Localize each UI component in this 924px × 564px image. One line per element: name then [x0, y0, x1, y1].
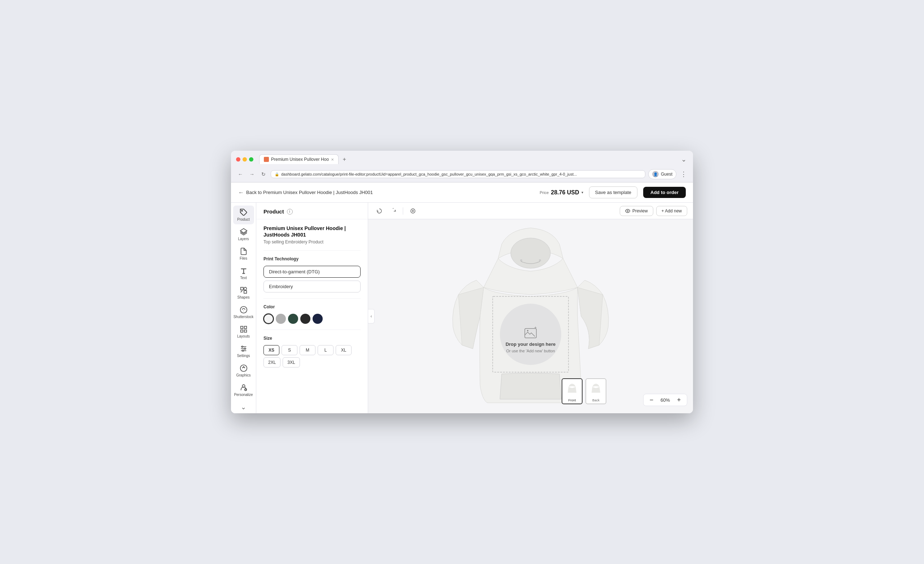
svg-point-7	[244, 287, 246, 290]
sidebar-item-text[interactable]: Text	[233, 264, 254, 283]
collapse-panel-button[interactable]: ‹	[368, 309, 375, 323]
color-swatch-lightgray[interactable]	[276, 314, 286, 324]
layers-label: Layers	[238, 237, 249, 241]
size-m-button[interactable]: M	[300, 345, 315, 355]
product-icon	[240, 208, 248, 216]
reload-button[interactable]: ↻	[259, 170, 268, 178]
dtg-button[interactable]: Direct-to-garment (DTG)	[264, 266, 361, 278]
text-icon	[240, 267, 248, 275]
layouts-label: Layouts	[237, 334, 250, 338]
size-section: Size XS S M L XL 2XL 3XL	[256, 330, 368, 373]
color-swatch-white[interactable]	[264, 314, 274, 324]
sidebar-item-layers[interactable]: Layers	[233, 225, 254, 244]
tab-close-button[interactable]: ✕	[331, 158, 334, 162]
embroidery-button[interactable]: Embroidery	[264, 281, 361, 292]
zoom-controls: − 60% +	[643, 394, 687, 406]
sidebar-item-layouts[interactable]: Layouts	[233, 322, 254, 341]
personalize-label: Personalize	[234, 393, 253, 397]
shapes-label: Shapes	[237, 295, 250, 299]
add-to-order-button[interactable]: Add to order	[643, 187, 686, 198]
size-2xl-button[interactable]: 2XL	[264, 358, 280, 368]
back-button[interactable]: ← Back to Premium Unisex Pullover Hoodie…	[238, 189, 373, 196]
print-technology-section: Print Technology Direct-to-garment (DTG)…	[256, 251, 368, 298]
guest-button[interactable]: 👤 Guest	[648, 169, 676, 179]
crop-button[interactable]	[408, 205, 418, 216]
sidebar-more-button[interactable]: ⌄	[233, 400, 254, 413]
svg-point-22	[244, 389, 246, 391]
lock-icon: 🔒	[274, 172, 279, 177]
svg-point-16	[242, 346, 243, 348]
address-bar[interactable]: 🔒 dashboard.gelato.com/catalogue/print-f…	[271, 170, 645, 178]
svg-rect-12	[244, 330, 246, 332]
top-bar: ← Back to Premium Unisex Pullover Hoodie…	[231, 183, 693, 203]
browser-expand-button[interactable]: ⌄	[679, 155, 688, 164]
size-xl-button[interactable]: XL	[336, 345, 351, 355]
back-view-thumbnail[interactable]: Back	[585, 378, 606, 404]
color-section: Color	[256, 299, 368, 330]
sidebar-item-product[interactable]: Product	[233, 205, 254, 224]
svg-point-26	[520, 259, 522, 262]
new-tab-button[interactable]: +	[340, 155, 349, 164]
settings-label: Settings	[237, 354, 250, 358]
zoom-out-button[interactable]: −	[647, 396, 656, 404]
canvas-toolbar-right: Preview + Add new	[620, 206, 687, 216]
redo-button[interactable]	[388, 205, 399, 216]
files-icon	[240, 247, 248, 255]
size-3xl-button[interactable]: 3XL	[283, 358, 300, 368]
guest-avatar-icon: 👤	[652, 171, 659, 177]
zoom-in-button[interactable]: +	[675, 396, 683, 404]
color-swatch-darkgreen[interactable]	[288, 314, 298, 324]
info-icon[interactable]: i	[287, 209, 293, 215]
svg-point-19	[243, 367, 244, 367]
browser-more-button[interactable]: ⋮	[679, 170, 688, 178]
print-technology-options: Direct-to-garment (DTG) Embroidery	[264, 266, 361, 292]
guest-label: Guest	[661, 172, 672, 177]
chevron-down-icon: ⌄	[241, 403, 246, 411]
canvas-area: Preview + Add new ‹	[368, 203, 693, 413]
graphics-icon	[240, 364, 248, 372]
product-label: Product	[237, 217, 249, 221]
canvas-toolbar: Preview + Add new	[368, 203, 693, 219]
main-layout: Product Layers	[231, 203, 693, 413]
toolbar-separator	[403, 207, 403, 215]
undo-button[interactable]	[374, 205, 385, 216]
svg-point-18	[242, 350, 244, 352]
sidebar-item-shapes[interactable]: Shapes	[233, 283, 254, 302]
text-label: Text	[240, 276, 246, 280]
svg-text:+: +	[534, 325, 537, 330]
forward-nav-button[interactable]: →	[248, 170, 256, 178]
back-nav-button[interactable]: ←	[236, 170, 245, 178]
svg-point-29	[500, 304, 561, 365]
sidebar-item-graphics[interactable]: Graphics	[233, 361, 254, 380]
size-xs-button[interactable]: XS	[264, 345, 279, 355]
product-subtitle: Top selling Embroidery Product	[256, 239, 368, 250]
back-arrow-icon: ←	[238, 189, 244, 196]
size-grid: XS S M L XL 2XL 3XL	[264, 345, 361, 368]
svg-rect-10	[244, 326, 246, 329]
close-traffic-light[interactable]	[236, 157, 240, 162]
canvas-content: ‹	[368, 219, 693, 413]
maximize-traffic-light[interactable]	[249, 157, 254, 162]
files-label: Files	[240, 256, 247, 260]
address-text: dashboard.gelato.com/catalogue/print-fil…	[281, 172, 577, 177]
sidebar-item-files[interactable]: Files	[233, 244, 254, 263]
sidebar-item-shutterstock[interactable]: Shutterstock	[233, 303, 254, 322]
shutterstock-label: Shutterstock	[234, 315, 254, 319]
sidebar-item-settings[interactable]: Settings	[233, 342, 254, 361]
tab-title: Premium Unisex Pullover Hoo	[271, 157, 329, 162]
sidebar-item-personalize[interactable]: Personalize	[233, 381, 254, 399]
front-view-thumbnail[interactable]: Front	[562, 378, 582, 404]
minimize-traffic-light[interactable]	[243, 157, 247, 162]
active-tab[interactable]: Premium Unisex Pullover Hoo ✕	[259, 154, 339, 164]
save-template-button[interactable]: Save as template	[589, 186, 638, 198]
price-dropdown-icon[interactable]: ▾	[582, 190, 583, 194]
preview-button[interactable]: Preview	[620, 206, 653, 216]
back-label: Back to Premium Unisex Pullover Hoodie |…	[246, 190, 373, 195]
size-l-button[interactable]: L	[318, 345, 333, 355]
size-s-button[interactable]: S	[282, 345, 297, 355]
color-swatch-darkgray[interactable]	[300, 314, 310, 324]
color-swatch-navy[interactable]	[313, 314, 322, 324]
add-new-button[interactable]: + Add new	[656, 206, 687, 216]
browser-chrome: Premium Unisex Pullover Hoo ✕ + ⌄ ← → ↻ …	[231, 151, 693, 183]
color-swatches	[264, 314, 361, 324]
